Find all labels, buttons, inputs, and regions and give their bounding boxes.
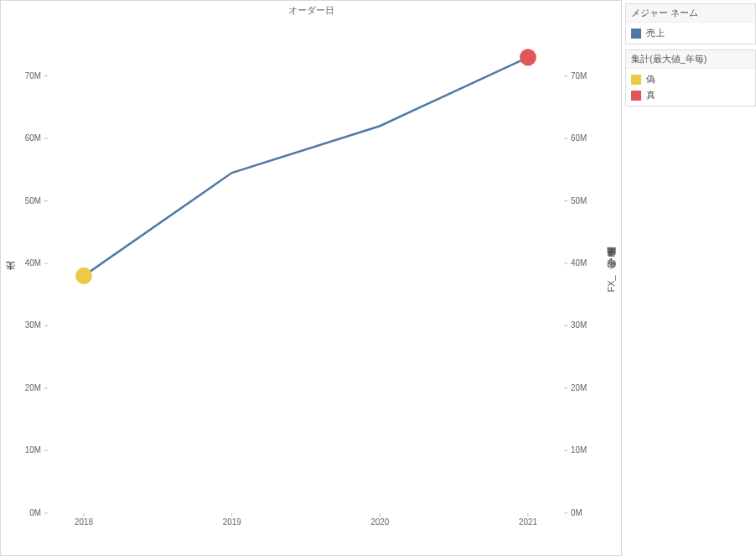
chart-pane[interactable]: オーダー日 売上 FX_年毎の売上最大・最小値 0M0M10M10M20M20M… [0,0,622,556]
svg-text:10M: 10M [25,445,41,455]
svg-text:50M: 50M [571,195,587,205]
svg-text:0M: 0M [29,508,41,517]
legend-label: 偽 [646,73,655,86]
legend-item[interactable]: 真 [629,87,752,103]
legend-label: 真 [646,89,655,101]
root: オーダー日 売上 FX_年毎の売上最大・最小値 0M0M10M10M20M20M… [0,0,756,556]
legend-item[interactable]: 売上 [629,25,752,41]
legend-title-agg: 集計(最大値_年毎) [626,50,755,69]
legend-swatch [631,75,641,85]
svg-text:70M: 70M [25,71,41,81]
legend-swatch [631,29,641,39]
svg-text:70M: 70M [571,71,587,81]
svg-text:30M: 30M [25,320,41,330]
svg-text:50M: 50M [25,195,41,205]
y-axis-right-label: FX_年毎の売上最大・最小値 [605,264,618,292]
legend-items-agg: 偽真 [626,69,755,106]
svg-text:40M: 40M [25,258,41,268]
legend-block-measure: メジャー ネーム 売上 [625,3,756,44]
svg-text:30M: 30M [571,320,587,330]
svg-text:60M: 60M [571,133,587,143]
svg-text:60M: 60M [25,133,41,143]
svg-text:10M: 10M [571,445,587,455]
svg-text:2019: 2019 [223,517,241,527]
legend-pane: メジャー ネーム 売上 集計(最大値_年毎) 偽真 [622,0,756,556]
legend-title-measure: メジャー ネーム [626,4,755,23]
svg-text:2021: 2021 [519,517,537,527]
svg-text:2020: 2020 [370,517,389,527]
chart-title: オーダー日 [1,4,621,17]
svg-text:2018: 2018 [75,517,93,527]
legend-block-agg: 集計(最大値_年毎) 偽真 [625,49,756,107]
svg-text:20M: 20M [25,383,41,392]
svg-text:40M: 40M [571,258,587,268]
legend-label: 売上 [646,27,665,39]
svg-point-41 [75,268,92,284]
svg-point-42 [520,49,536,65]
legend-item[interactable]: 偽 [629,71,752,87]
chart-svg: 0M0M10M10M20M20M30M30M40M40M50M50M60M60M… [41,19,571,528]
svg-text:20M: 20M [571,383,587,392]
plot-area[interactable]: 0M0M10M10M20M20M30M30M40M40M50M50M60M60M… [41,19,571,528]
legend-swatch [631,91,641,101]
svg-text:0M: 0M [571,508,583,517]
legend-items-measure: 売上 [626,23,755,44]
